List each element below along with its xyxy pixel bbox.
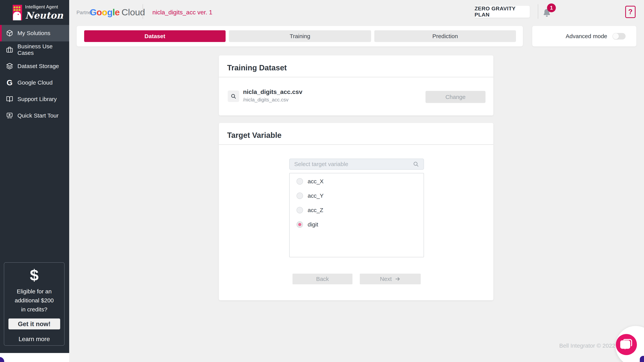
target-variable-search-input[interactable] [294,161,410,167]
radio-option-label: acc_Y [308,192,324,199]
radio-option-label: acc_X [308,178,324,185]
radio-option-label: digit [308,221,318,228]
sidebar-bottom-strip [0,353,69,362]
promo-text: Eligible for an additional $200 in credi… [4,287,64,314]
tab-prediction[interactable]: Prediction [374,30,516,42]
radio-icon[interactable] [296,221,303,228]
sidebar-item-label: Support Library [18,96,57,102]
target-variable-title: Target Variable [227,131,282,140]
sidebar-item-google-cloud[interactable]: G Google Cloud [0,74,69,91]
radio-icon[interactable] [296,178,303,185]
sidebar-item-quick-start-tour[interactable]: Quick Start Tour [0,107,69,124]
briefcase-icon [6,46,13,53]
dataset-search-icon [228,91,239,102]
get-it-now-button[interactable]: Get it now! [8,318,60,329]
radio-option-acc_Z[interactable]: acc_Z [290,203,424,217]
radio-option-acc_Y[interactable]: acc_Y [290,188,424,203]
topbar-divider [538,4,538,19]
tab-training[interactable]: Training [229,30,371,42]
divider [219,77,493,77]
notification-badge: 1 [547,4,556,12]
layers-icon [6,63,13,70]
radio-icon[interactable] [296,207,303,213]
video-tour-icon [6,112,13,119]
arrow-right-icon [395,276,400,282]
advanced-mode-label: Advanced mode [566,33,607,40]
target-variable-search-box [289,159,424,170]
next-button[interactable]: Next [360,274,421,284]
divider [219,144,493,145]
sidebar-item-label: My Solutions [18,30,50,37]
training-dataset-title: Training Dataset [227,64,287,72]
sidebar-item-my-solutions[interactable]: My Solutions [0,25,69,42]
sidebar-item-label: Quick Start Tour [18,112,59,119]
sidebar-nav: My Solutions Business Use Cases Dataset … [0,25,69,124]
search-icon [413,161,419,167]
copyright-text: Bell Integrator © 2022 [559,342,615,349]
zero-gravity-plan-button[interactable]: ZERO GRAVITY PLAN [474,6,530,18]
sidebar: Intelligent Agent Neuton My Solutions Bu… [0,0,69,353]
credits-promo-box: $ Eligible for an additional $200 in cre… [4,262,64,346]
tab-dataset[interactable]: Dataset [84,30,226,42]
help-button[interactable]: ? [625,6,636,18]
radio-option-acc_X[interactable]: acc_X [290,174,424,188]
learn-more-link[interactable]: Learn more [4,335,64,343]
target-variable-options-list: acc_X acc_Y acc_Z digit [289,173,424,257]
book-icon [6,96,13,103]
radio-option-digit[interactable]: digit [290,217,424,232]
dataset-file-path: /nicla_digits_acc.csv [243,97,288,103]
workflow-tabs: Dataset Training Prediction [77,26,523,46]
advanced-mode-toggle[interactable] [612,33,626,40]
sidebar-item-dataset-storage[interactable]: Dataset Storage [0,58,69,74]
toggle-thumb [613,33,619,39]
topbar-divider [142,4,143,19]
brand-tagline: Intelligent Agent [25,5,63,10]
back-button[interactable]: Back [292,274,352,284]
google-g-icon: G [6,79,13,86]
cube-icon [6,30,13,37]
advanced-mode-panel: Advanced mode [532,26,636,46]
neuton-logo-icon [13,5,22,20]
chat-bubble-icon [620,339,632,350]
google-cloud-logo: GoogleCloud [90,7,145,18]
sidebar-item-business-use-cases[interactable]: Business Use Cases [0,42,69,58]
radio-option-label: acc_Z [308,207,323,213]
brand-name: Neuton [25,10,63,21]
target-variable-card: Target Variable acc_X acc_Y acc_Z digit … [219,123,493,300]
radio-icon[interactable] [296,192,303,199]
change-dataset-button[interactable]: Change [426,91,486,103]
dataset-file-name: nicla_digits_acc.csv [243,88,302,96]
dollar-icon: $ [4,266,64,284]
project-title: nicla_digits_acc ver. 1 [152,9,212,16]
training-dataset-card: Training Dataset nicla_digits_acc.csv /n… [219,55,493,115]
sidebar-item-support-library[interactable]: Support Library [0,91,69,107]
sidebar-item-label: Dataset Storage [18,63,59,69]
sidebar-item-label: Google Cloud [18,79,52,86]
sidebar-item-label: Business Use Cases [18,43,69,56]
app-logo: Intelligent Agent Neuton [0,0,69,25]
chat-button[interactable] [616,334,637,355]
